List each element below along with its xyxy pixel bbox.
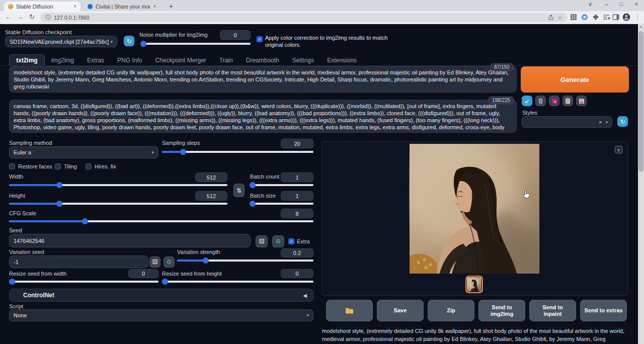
resize-seed-width-slider[interactable] <box>9 281 158 283</box>
profile-avatar[interactable] <box>622 13 630 21</box>
reading-list-icon[interactable] <box>603 14 610 21</box>
send-to-extras-button[interactable]: Send to extras <box>580 300 627 321</box>
window-close-button[interactable]: × <box>632 1 641 7</box>
sampling-steps-slider[interactable] <box>162 151 313 153</box>
noise-multiplier-label: Noise multiplier for img2img <box>139 32 208 38</box>
send-to-img2img-button[interactable]: Send to img2img <box>478 300 525 321</box>
random-variation-seed-button[interactable]: ⚄ <box>149 256 160 268</box>
color-correction-checkbox[interactable]: ✓ <box>257 36 263 42</box>
cfg-scale-value[interactable]: 8 <box>281 209 313 218</box>
controlnet-accordion[interactable]: ControlNet ◀ <box>9 289 313 302</box>
browser-tab-civitai[interactable]: Civitai | Share your models × <box>84 2 160 11</box>
send-to-inpaint-button[interactable]: Send to inpaint <box>529 300 576 321</box>
refresh-checkpoints-button[interactable]: ↻ <box>124 36 134 46</box>
restore-faces-checkbox[interactable] <box>9 163 15 169</box>
swap-dimensions-button[interactable]: ⇅ <box>233 184 245 197</box>
extra-seed-checkbox[interactable]: ✓ <box>288 238 294 244</box>
tab-extensions[interactable]: Extensions <box>320 55 363 66</box>
sampling-steps-value[interactable]: 20 <box>281 139 313 148</box>
tiling-checkbox[interactable] <box>55 163 61 169</box>
browser-tab-stable-diffusion[interactable]: Stable Diffusion × <box>4 2 80 11</box>
window-chevron-icon[interactable]: ∨ <box>586 1 595 8</box>
check-icon: ✓ <box>258 37 262 42</box>
reload-icon[interactable]: ↻ <box>29 13 35 21</box>
generate-button[interactable]: Generate <box>521 66 629 93</box>
tab-png-info[interactable]: PNG Info <box>111 55 148 66</box>
batch-count-slider[interactable] <box>250 184 313 186</box>
tab-settings[interactable]: Settings <box>286 55 320 66</box>
result-preview-pane: x <box>322 141 628 296</box>
close-preview-button[interactable]: x <box>615 146 622 153</box>
extra-networks-button[interactable] <box>549 96 559 106</box>
variation-seed-input[interactable]: -1 <box>9 255 148 268</box>
clear-prompt-button[interactable] <box>535 96 546 106</box>
extension-grid-icon[interactable] <box>570 14 577 21</box>
resize-seed-height-slider[interactable] <box>162 281 313 283</box>
window-maximize-button[interactable]: □ <box>617 1 626 7</box>
save-style-button[interactable] <box>576 96 587 106</box>
width-value[interactable]: 512 <box>195 173 227 182</box>
extension-badge-icon[interactable] <box>581 14 588 21</box>
tab-close-icon[interactable]: × <box>73 4 76 9</box>
scrollbar-thumb[interactable] <box>638 31 643 172</box>
noise-multiplier-value[interactable]: 0 <box>220 30 251 40</box>
extra-seed-label: Extra <box>297 238 310 244</box>
side-panel-icon[interactable] <box>612 14 619 21</box>
checkpoint-select[interactable]: SD15NewVAEpruned.ckpt [27a4ac756c] ▾ <box>5 36 117 47</box>
variation-strength-value[interactable]: 0.2 <box>281 248 313 257</box>
forward-icon[interactable]: → <box>17 13 24 21</box>
styles-select[interactable]: × ▾ <box>522 116 612 128</box>
prompt-input[interactable]: modelshoot style, (extremely detailed CG… <box>9 66 517 93</box>
batch-size-value[interactable]: 1 <box>281 191 313 201</box>
hires-fix-checkbox[interactable] <box>86 163 92 169</box>
width-slider[interactable] <box>9 184 227 186</box>
batch-count-label: Batch count <box>250 174 279 180</box>
apply-style-button[interactable] <box>562 96 573 106</box>
tab-checkpoint-merger[interactable]: Checkpoint Merger <box>148 55 212 66</box>
paste-generation-params-button[interactable]: ↙ <box>522 96 532 106</box>
sampling-method-select[interactable]: Euler a ▾ <box>9 146 158 158</box>
generated-image[interactable] <box>409 144 540 274</box>
back-icon[interactable]: ← <box>5 13 12 21</box>
cfg-scale-slider[interactable] <box>9 220 313 222</box>
extensions-puzzle-icon[interactable] <box>592 14 599 21</box>
site-info-icon[interactable]: ⓘ <box>45 14 51 21</box>
tab-extras[interactable]: Extras <box>80 55 111 66</box>
browser-menu-icon[interactable]: ⋮ <box>634 13 640 20</box>
script-select[interactable]: None ▾ <box>9 309 313 321</box>
window-minimize-button[interactable]: – <box>602 1 611 7</box>
variation-strength-slider[interactable] <box>177 260 313 262</box>
address-bar[interactable]: ⓘ 127.0.0.1:7860 ☆ <box>40 13 568 22</box>
tab-txt2img[interactable]: txt2img <box>9 54 45 66</box>
page-scrollbar[interactable]: ▲ <box>638 24 644 344</box>
save-button[interactable]: Save <box>377 300 424 321</box>
noise-multiplier-slider[interactable] <box>141 43 251 45</box>
tab-dreambooth[interactable]: Dreambooth <box>239 55 286 66</box>
negative-prompt-input[interactable]: canvas frame, cartoon, 3d, ((disfigured)… <box>9 100 517 133</box>
resize-seed-height-label: Resize seed from height <box>162 271 222 277</box>
tab-train[interactable]: Train <box>213 55 239 66</box>
batch-size-slider[interactable] <box>250 203 313 205</box>
height-value[interactable]: 512 <box>195 191 227 201</box>
height-slider[interactable] <box>9 203 227 205</box>
refresh-styles-button[interactable]: ↻ <box>617 116 628 127</box>
random-seed-button[interactable]: ⚄ <box>256 235 268 247</box>
open-folder-button[interactable] <box>326 300 373 321</box>
stable-diffusion-favicon <box>8 4 13 9</box>
gallery-thumbnail[interactable] <box>465 276 483 293</box>
share-icon[interactable] <box>548 15 554 21</box>
resize-seed-height-value[interactable]: 0 <box>281 269 313 278</box>
clear-styles-icon[interactable]: × <box>599 119 602 125</box>
new-tab-button[interactable]: + <box>167 3 175 11</box>
tab-img2img[interactable]: img2img <box>45 55 80 66</box>
zip-button[interactable]: Zip <box>428 300 474 321</box>
resize-seed-width-value[interactable]: 0 <box>128 269 158 278</box>
mouse-cursor <box>522 189 531 201</box>
seed-input[interactable]: 1476462546 <box>9 234 251 247</box>
reuse-seed-button[interactable]: ♻ <box>272 235 284 247</box>
tab-close-icon[interactable]: × <box>153 4 156 9</box>
batch-count-value[interactable]: 1 <box>281 173 313 182</box>
scrollbar-up-icon[interactable]: ▲ <box>638 25 643 28</box>
reuse-variation-seed-button[interactable]: ♻ <box>164 256 175 268</box>
bookmark-star-icon[interactable]: ☆ <box>557 15 562 21</box>
